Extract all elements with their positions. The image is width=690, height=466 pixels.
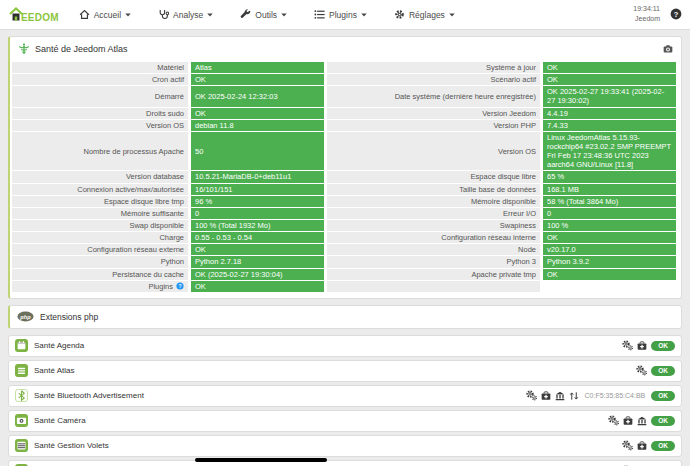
plugin-name: Santé Agenda [34,341,84,350]
plugin-row-sant-cam-ra[interactable]: Santé CaméraOK [8,410,682,432]
plugin-name: Santé Bluetooth Advertisement [34,391,144,400]
health-row-label: Version OS [327,132,540,171]
top-navbar: EEDOM AccueilAnalyseOutilsPluginsRéglage… [0,0,690,30]
medkit-icon[interactable] [637,441,647,451]
cogs-icon[interactable] [622,340,633,351]
health-row-label: Plugins? [12,281,188,292]
php-icon: php [17,311,34,322]
health-panel-header: Santé de Jeedom Atlas [10,37,681,60]
health-row-label: Cron actif [12,74,188,85]
plugin-row-sant-google-smarthome[interactable]: Santé Google SmarthomeOK [8,460,682,466]
medkit-icon[interactable] [623,416,633,426]
extensions-panel: php Extensions php [8,305,682,329]
list-icon [314,9,325,20]
calendar-icon [15,339,28,352]
plugins-help-icon[interactable]: ? [176,282,184,290]
health-row-label: Droits sudo [12,108,188,119]
svg-text:?: ? [178,283,181,289]
health-row-value: OK 2025-02-27 19:33:41 (2025-02-27 19:30… [543,86,676,106]
cogs-icon[interactable] [622,440,633,451]
health-row-label: Système à jour [327,62,540,73]
svg-text:php: php [19,314,31,320]
wrench-icon [240,9,251,20]
camera-icon[interactable] [663,44,673,54]
cogs-icon[interactable] [526,390,537,401]
svg-text:?: ? [674,10,679,19]
health-row-value: OK [543,232,676,243]
health-row-label: Date système (dernière heure enregistrée… [327,86,540,106]
plugin-name: Santé Atlas [34,366,74,375]
health-row-label: Charge [12,232,188,243]
health-row-label: Version Jeedom [327,108,540,119]
health-row-label: Espace disque libre [327,171,540,182]
health-row-label: Version database [12,171,188,182]
health-row-value: OK [191,281,324,292]
nav-item-r-glages[interactable]: Réglages [394,9,455,20]
health-row-value: 7.4.33 [543,120,676,131]
plugin-actions: OK [622,340,675,351]
nav-menu: AccueilAnalyseOutilsPluginsRéglages [79,9,455,20]
nav-item-label: Réglages [409,10,445,20]
extensions-header: php Extensions php [10,306,681,328]
bank-icon[interactable] [637,416,647,426]
health-row-label: Espace disque libre tmp [12,196,188,207]
health-row-value: Python 2.7.18 [191,256,324,267]
plugin-row-sant-gestion-volets[interactable]: Santé Gestion VoletsOK [8,435,682,457]
health-row-value: OK [543,62,676,73]
health-row-label [327,281,540,292]
home-indicator-bar [195,458,327,462]
nav-item-plugins[interactable]: Plugins [314,9,367,20]
plugin-actions: C0:F5:35:85:C4:BBOK [526,390,675,401]
status-badge: OK [651,391,675,401]
health-row-value: debian 11.8 [191,120,324,131]
nav-item-label: Plugins [329,10,357,20]
status-badge: OK [651,441,675,451]
nav-item-accueil[interactable]: Accueil [79,9,131,20]
health-row-value: Python 3.9.2 [543,256,676,267]
cogs-icon[interactable] [608,415,619,426]
health-row-value: 0 [543,208,676,219]
brand-text: EEDOM [21,12,59,23]
nav-item-analyse[interactable]: Analyse [158,9,213,20]
health-row-value: OK (2025-02-27 19:30:04) [191,269,324,280]
health-row-label: Mémoire disponible [327,196,540,207]
health-row-value: Atlas [191,62,324,73]
help-button[interactable]: ? [670,8,682,20]
page-title: Santé de Jeedom Atlas [35,44,128,54]
lines-icon [15,364,28,377]
plugin-name: Santé Caméra [34,416,86,425]
health-row-value: OK 2025-02-24 12:32:03 [191,86,324,106]
medkit-icon[interactable] [541,391,551,401]
health-row-value: 16/101/151 [191,184,324,195]
jeedom-logo[interactable]: EEDOM [8,6,59,23]
plugin-row-sant-atlas[interactable]: Santé AtlasOK [8,360,682,382]
health-row-value: v20.17.0 [543,244,676,255]
plugin-row-sant-bluetooth-advertisement[interactable]: Santé Bluetooth AdvertisementC0:F5:35:85… [8,385,682,407]
health-row-value: 4.4.19 [543,108,676,119]
plugin-meta: C0:F5:35:85:C4:BB [585,392,646,399]
stethoscope-icon [158,9,169,20]
health-row-label: Configuration réseau externe [12,244,188,255]
bank-icon[interactable] [555,391,565,401]
sort-icon[interactable] [569,391,579,401]
health-row-label: Erreur I/O [327,208,540,219]
user-label: Jeedom [633,14,660,24]
health-row-value: OK [543,74,676,85]
nav-item-outils[interactable]: Outils [240,9,287,20]
chevron-down-icon [449,13,455,17]
medkit-icon[interactable] [637,341,647,351]
health-row-label: Mémoire suffisante [12,208,188,219]
plugin-actions: OK [608,415,675,426]
health-row-label: Connexion active/max/autorisée [12,184,188,195]
health-row-value: OK [191,108,324,119]
clock-time: 19:34:11 [633,4,660,14]
home-icon [79,9,90,20]
cogs-icon[interactable] [636,365,647,376]
health-row-value: OK [191,74,324,85]
chevron-down-icon [207,13,213,17]
nav-item-label: Outils [255,10,277,20]
health-row-value: 168.1 MB [543,184,676,195]
main-content: Santé de Jeedom Atlas MatérielAtlasSystè… [0,30,690,466]
health-row-value [543,281,676,292]
plugin-row-sant-agenda[interactable]: Santé AgendaOK [8,335,682,357]
